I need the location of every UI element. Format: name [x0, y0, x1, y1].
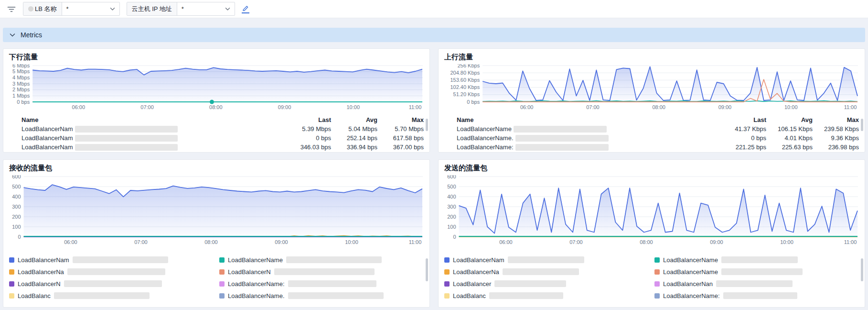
data-point-marker[interactable]: [210, 100, 214, 104]
legend-row[interactable]: LoadBalancerNam346.03 bps336.94 bps367.0…: [9, 143, 424, 152]
legend-name-text: LoadBalancer: [453, 280, 491, 288]
svg-text:11:00: 11:00: [409, 104, 422, 110]
legend-item[interactable]: LoadBalancerN: [9, 280, 214, 288]
lb-name-select[interactable]: *: [62, 2, 119, 15]
svg-text:07:00: 07:00: [586, 104, 600, 110]
legend-name-text: LoadBalancerNa: [453, 268, 499, 276]
legend-value-last: 0 bps: [720, 134, 766, 142]
legend-value-last: 0 bps: [285, 134, 331, 142]
filter-lines-icon[interactable]: [7, 4, 16, 14]
chart-svg: 6 Mbps5 Mbps4 Mbps3 Mbps2 Mbps1 Mbps0 bp…: [9, 64, 424, 112]
series-color-swatch: [654, 281, 660, 287]
upstream-chart[interactable]: 256 Kbps204.80 Kbps153.60 Kbps102.40 Kbp…: [444, 64, 859, 112]
select-value: *: [66, 5, 69, 12]
legend-item[interactable]: LoadBalancerNam: [9, 256, 214, 264]
svg-text:06:00: 06:00: [499, 239, 513, 245]
legend-row[interactable]: LoadBalancerNam5.39 Mbps5.04 Mbps5.70 Mb…: [9, 124, 424, 133]
panel-downstream-traffic: 下行流量 6 Mbps5 Mbps4 Mbps3 Mbps2 Mbps1 Mbp…: [3, 48, 430, 153]
svg-text:6 Mbps: 6 Mbps: [12, 64, 30, 68]
svg-text:11:00: 11:00: [409, 239, 422, 245]
redacted-text: [721, 268, 803, 275]
svg-text:600: 600: [12, 175, 21, 179]
legend-item[interactable]: LoadBalanc: [444, 292, 649, 299]
pencil-icon: [242, 4, 249, 12]
edit-filters-button[interactable]: [242, 4, 249, 13]
legend-row[interactable]: LoadBalancerName.0 bps4.01 Kbps9.36 Kbps: [444, 133, 859, 143]
legend-scrollbar[interactable]: [426, 119, 428, 131]
received-packets-chart[interactable]: 600500400300200100006:0007:0008:0009:001…: [9, 175, 424, 247]
chart-svg: 256 Kbps204.80 Kbps153.60 Kbps102.40 Kbp…: [444, 64, 859, 112]
panel-grid: 下行流量 6 Mbps5 Mbps4 Mbps3 Mbps2 Mbps1 Mbp…: [3, 48, 865, 308]
svg-text:11:00: 11:00: [844, 104, 857, 110]
legend-row[interactable]: LoadBalancerName41.37 Kbps106.15 Kbps239…: [444, 124, 859, 133]
metrics-section-header[interactable]: Metrics: [3, 28, 865, 42]
legend-item[interactable]: LoadBalancerNa: [9, 268, 214, 276]
redacted-text: [75, 144, 178, 151]
legend-value-max: 617.58 bps: [377, 134, 424, 142]
legend-header-max: Max: [813, 116, 859, 123]
legend-item[interactable]: LoadBalancerNa: [444, 268, 649, 276]
sent-packets-chart[interactable]: 600500400300200100006:0007:0008:0009:001…: [444, 175, 859, 247]
legend-item[interactable]: LoadBalancerNan: [654, 280, 859, 288]
svg-text:300: 300: [447, 204, 456, 210]
downstream-chart[interactable]: 6 Mbps5 Mbps4 Mbps3 Mbps2 Mbps1 Mbps0 bp…: [9, 64, 424, 112]
panel-sent-packets: 发送的流量包 600500400300200100006:0007:0008:0…: [438, 159, 865, 308]
panel-title: 发送的流量包: [444, 164, 859, 173]
legend-scrollbar[interactable]: [426, 258, 428, 281]
redacted-text: [64, 280, 162, 287]
dashboard-content: Metrics 下行流量 6 Mbps5 Mbps4 Mbps3 Mbps2 M…: [0, 28, 868, 308]
host-ip-select[interactable]: *: [177, 2, 235, 15]
legend-name-text: LoadBalancerName: [457, 125, 512, 133]
svg-text:07:00: 07:00: [134, 239, 148, 245]
legend-item[interactable]: LoadBalancer: [444, 280, 649, 288]
legend-item[interactable]: LoadBalancerName: [654, 268, 859, 276]
svg-text:07:00: 07:00: [569, 239, 583, 245]
legend-name-text: LoadBalancerName:: [457, 144, 514, 151]
svg-text:100: 100: [447, 224, 456, 230]
legend-item[interactable]: LoadBalancerName: [654, 256, 859, 264]
legend-scrollbar[interactable]: [861, 258, 863, 281]
legend-value-last: 346.03 bps: [285, 144, 331, 151]
legend-row[interactable]: LoadBalancerName:221.25 bps225.63 bps236…: [444, 143, 859, 152]
legend-series-name: LoadBalancerNam: [21, 144, 285, 151]
svg-text:10:00: 10:00: [780, 239, 793, 245]
panel-title: 上行流量: [444, 53, 859, 62]
legend-scrollbar[interactable]: [861, 119, 863, 131]
redacted-text: [515, 135, 609, 142]
filter-label-text: LB 名称: [35, 5, 57, 13]
svg-text:256 Kbps: 256 Kbps: [458, 64, 480, 68]
series-color-swatch: [219, 293, 225, 299]
legend-item[interactable]: LoadBalancerName:: [654, 292, 859, 299]
legend-value-avg: 336.94 bps: [331, 144, 377, 151]
legend-item[interactable]: LoadBalancerName:: [219, 280, 424, 288]
redacted-text: [515, 144, 609, 151]
legend-item[interactable]: LoadBalanc: [9, 292, 214, 299]
legend-item[interactable]: LoadBalancerName.: [219, 292, 424, 299]
legend-value-last: 221.25 bps: [720, 144, 766, 151]
legend-header-name: Name: [21, 116, 285, 123]
svg-text:08:00: 08:00: [640, 239, 653, 245]
legend-item[interactable]: LoadBalancerName: [219, 256, 424, 264]
redacted-text: [75, 135, 178, 142]
legend-row[interactable]: LoadBalancerNam0 bps252.14 bps617.58 bps: [9, 133, 424, 143]
legend-name-text: LoadBalancerN: [228, 268, 271, 276]
legend-header-row: NameLastAvgMax: [9, 115, 424, 124]
legend-value-last: 41.37 Kbps: [720, 125, 766, 133]
svg-text:10:00: 10:00: [345, 239, 358, 245]
svg-text:07:00: 07:00: [140, 104, 154, 110]
svg-text:400: 400: [12, 194, 21, 199]
svg-text:200: 200: [447, 214, 456, 220]
svg-text:1 Mbps: 1 Mbps: [12, 93, 30, 99]
redacted-text: [288, 292, 384, 299]
legend-header-row: NameLastAvgMax: [444, 115, 859, 124]
series-color-swatch: [654, 269, 660, 275]
legend-header-name: Name: [457, 116, 720, 123]
series-color-swatch: [219, 269, 225, 275]
redacted-text: [75, 126, 178, 133]
legend-item[interactable]: LoadBalancerN: [219, 268, 424, 276]
legend-item[interactable]: LoadBalancerNam: [444, 256, 649, 264]
svg-text:06:00: 06:00: [64, 239, 77, 245]
filter-label: LB 名称: [23, 2, 62, 15]
redacted-text: [73, 256, 168, 263]
legend-name-text: LoadBalancerName: [663, 268, 718, 276]
